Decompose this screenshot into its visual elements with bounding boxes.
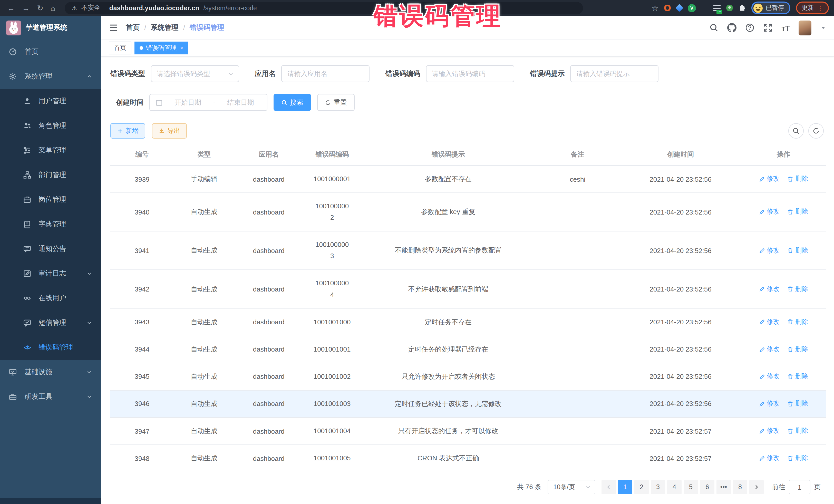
sidebar-item-dev-tools[interactable]: 研发工具 (0, 385, 101, 409)
help-icon[interactable] (745, 23, 755, 32)
app-name-input[interactable] (281, 65, 370, 82)
github-icon[interactable] (727, 23, 737, 32)
table-row[interactable]: 3944 自动生成 dashboard 1001001001 定时任务的处理器已… (110, 336, 826, 363)
sidebar-item-home[interactable]: 首页 (0, 40, 101, 64)
tab-error-code-management[interactable]: 错误码管理 × (134, 42, 188, 54)
delete-link[interactable]: 删除 (788, 207, 808, 216)
table-row[interactable]: 3943 自动生成 dashboard 1001001000 定时任务不存在 2… (110, 308, 826, 336)
tab-home[interactable]: 首页 (109, 42, 131, 54)
prev-page-button[interactable] (601, 480, 616, 494)
table-row[interactable]: 3948 自动生成 dashboard 1001001005 CRON 表达式不… (110, 445, 826, 472)
delete-link[interactable]: 删除 (788, 372, 808, 381)
sidebar-item-infrastructure[interactable]: 基础设施 (0, 360, 101, 385)
page-button-6[interactable]: 6 (700, 480, 715, 494)
edit-link[interactable]: 修改 (759, 454, 780, 463)
extension-list-on-icon[interactable]: on (714, 4, 721, 12)
delete-link[interactable]: 删除 (788, 175, 808, 183)
profile-paused-chip[interactable]: 已暂停 (751, 2, 790, 14)
app-logo-row[interactable]: 芋道管理系统 (0, 16, 101, 40)
page-button-4[interactable]: 4 (667, 480, 682, 494)
delete-link[interactable]: 删除 (788, 285, 808, 293)
edit-link[interactable]: 修改 (759, 285, 780, 293)
edit-link[interactable]: 修改 (759, 427, 780, 436)
sidebar-item-menu-management[interactable]: 菜单管理 (0, 138, 101, 163)
page-button-1[interactable]: 1 (618, 480, 632, 494)
table-row[interactable]: 3942 自动生成 dashboard 100100000 4 不允许获取敏感配… (110, 270, 826, 308)
extension-blue-gem-icon[interactable] (676, 5, 682, 11)
extension-orange-ring-icon[interactable] (664, 5, 671, 11)
refresh-table-button[interactable] (808, 123, 824, 138)
font-size-icon[interactable]: ᴛT (782, 23, 790, 32)
delete-link[interactable]: 删除 (788, 318, 808, 326)
home-icon[interactable]: ⌂ (50, 4, 55, 12)
sidebar-item-sms-management[interactable]: 短信管理 (0, 310, 101, 335)
edit-link[interactable]: 修改 (759, 399, 780, 408)
browser-url-bar[interactable]: ⚠ 不安全 dashboard.yudao.iocoder.cn /system… (64, 2, 583, 14)
delete-link[interactable]: 删除 (788, 399, 808, 408)
reload-icon[interactable]: ↻ (37, 3, 43, 13)
back-icon[interactable]: ← (7, 4, 15, 12)
table-row[interactable]: 3947 自动生成 dashboard 1001001004 只有开启状态的任务… (110, 418, 826, 445)
add-button[interactable]: 新增 (110, 123, 145, 138)
export-button[interactable]: 导出 (152, 123, 187, 138)
error-code-input[interactable] (426, 65, 514, 82)
delete-link[interactable]: 删除 (788, 246, 808, 255)
extension-green-person-icon[interactable] (726, 5, 733, 11)
sidebar-item-notice[interactable]: 通知公告 (0, 237, 101, 261)
edit-link[interactable]: 修改 (759, 175, 780, 183)
browser-menu-dots-icon[interactable]: ⋮ (817, 4, 823, 12)
user-avatar[interactable] (798, 20, 811, 35)
table-row[interactable]: 3945 自动生成 dashboard 1001001002 只允许修改为开启或… (110, 363, 826, 390)
toggle-search-button[interactable] (788, 123, 804, 138)
breadcrumb-home[interactable]: 首页 (126, 23, 139, 32)
sidebar-item-online-users[interactable]: 在线用户 (0, 286, 101, 310)
extension-grid-icon[interactable] (702, 5, 708, 11)
sidebar-item-audit-log[interactable]: 审计日志 (0, 261, 101, 286)
forward-icon[interactable]: → (22, 4, 30, 12)
sidebar-item-system-management[interactable]: 系统管理 (0, 64, 101, 89)
edit-link[interactable]: 修改 (759, 246, 780, 255)
chrome-update-chip[interactable]: 更新 ⋮ (796, 2, 829, 14)
bookmark-star-icon[interactable]: ☆ (652, 3, 658, 13)
error-msg-input[interactable] (570, 65, 658, 82)
caret-down-icon[interactable] (820, 25, 826, 31)
collapse-sidebar-icon[interactable] (109, 23, 118, 32)
page-size-select[interactable]: 10条/页 (548, 480, 595, 494)
next-page-button[interactable] (749, 480, 764, 494)
edit-link[interactable]: 修改 (759, 207, 780, 216)
page-button-2[interactable]: 2 (634, 480, 649, 494)
table-row-hovered[interactable]: 3946 自动生成 dashboard 1001001003 定时任务已经处于该… (110, 390, 826, 418)
edit-link[interactable]: 修改 (759, 372, 780, 381)
close-tab-icon[interactable]: × (180, 45, 183, 51)
sidebar-spacer (0, 409, 101, 498)
chevron-up-icon (86, 73, 92, 80)
goto-page-input[interactable] (789, 480, 810, 494)
delete-link[interactable]: 删除 (788, 345, 808, 354)
table-row[interactable]: 3940 自动生成 dashboard 100100000 2 参数配置 key… (110, 193, 826, 231)
edit-link[interactable]: 修改 (759, 318, 780, 326)
search-button[interactable]: 搜索 (273, 94, 311, 111)
sidebar-item-post-management[interactable]: 岗位管理 (0, 187, 101, 212)
sidebar-item-user-management[interactable]: 用户管理 (0, 89, 101, 113)
sidebar-item-dept-management[interactable]: 部门管理 (0, 163, 101, 187)
page-button-8[interactable]: 8 (733, 480, 747, 494)
extensions-puzzle-icon[interactable] (739, 4, 746, 12)
date-range-picker[interactable]: 开始日期 - 结束日期 (149, 94, 267, 111)
fullscreen-icon[interactable] (764, 23, 773, 32)
sidebar-item-role-management[interactable]: 角色管理 (0, 113, 101, 138)
sidebar-item-error-code-management[interactable]: </> 错误码管理 (0, 335, 101, 360)
more-pages-button[interactable]: ••• (717, 480, 731, 494)
page-button-5[interactable]: 5 (684, 480, 698, 494)
edit-link[interactable]: 修改 (759, 345, 780, 354)
extension-green-circle-icon[interactable]: V (688, 4, 696, 12)
delete-link[interactable]: 删除 (788, 454, 808, 463)
sidebar-item-dict-management[interactable]: 字典管理 (0, 212, 101, 237)
search-icon[interactable] (709, 23, 719, 32)
table-row[interactable]: 3939 手动编辑 dashboard 1001000001 参数配置不存在 c… (110, 166, 826, 193)
table-row[interactable]: 3941 自动生成 dashboard 100100000 3 不能删除类型为系… (110, 232, 826, 270)
page-button-3[interactable]: 3 (651, 480, 665, 494)
breadcrumb-system[interactable]: 系统管理 (151, 23, 179, 32)
reset-button[interactable]: 重置 (317, 94, 355, 111)
delete-link[interactable]: 删除 (788, 427, 808, 436)
error-type-select[interactable]: 请选择错误码类型 (151, 65, 239, 82)
